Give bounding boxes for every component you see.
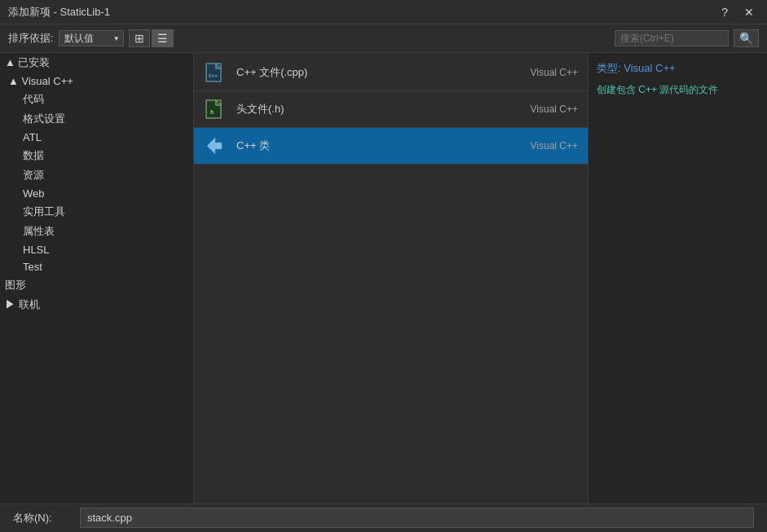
propsheet-label: 属性表	[23, 224, 55, 239]
list-item-cpp[interactable]: C++ C++ 文件(.cpp) Visual C++	[194, 55, 588, 91]
sidebar-item-code[interactable]: 代码	[0, 90, 193, 109]
svg-marker-6	[207, 138, 222, 154]
type-value: Visual C++	[624, 62, 675, 74]
hlsl-label: HLSL	[23, 244, 50, 256]
test-label: Test	[23, 261, 42, 273]
type-prefix: 类型:	[597, 62, 624, 74]
h-file-name: 头文件(.h)	[236, 102, 521, 117]
search-button[interactable]: 🔍	[734, 29, 759, 47]
sidebar-item-online[interactable]: ▶ 联机	[0, 295, 193, 314]
grid-view-button[interactable]: ⊞	[129, 29, 150, 47]
name-row: 名称(N):	[13, 508, 754, 528]
sidebar-item-hlsl[interactable]: HLSL	[0, 241, 193, 258]
sidebar-item-web[interactable]: Web	[0, 185, 193, 202]
installed-section[interactable]: ▲ 已安装	[0, 53, 193, 73]
sort-select-wrapper: 默认值名称类型	[59, 30, 124, 46]
svg-text:h: h	[210, 109, 214, 116]
view-icons: ⊞ ☰	[129, 29, 174, 47]
h-file-type: Visual C++	[531, 103, 578, 115]
sidebar-item-utility[interactable]: 实用工具	[0, 202, 193, 222]
title-controls: ? ✕	[716, 5, 759, 20]
class-icon	[204, 134, 227, 157]
sidebar-item-graphics[interactable]: 图形	[0, 275, 193, 295]
title-bar: 添加新项 - StaticLib-1 ? ✕	[0, 0, 767, 24]
sort-area: 排序依据: 默认值名称类型 ⊞ ☰	[8, 29, 174, 47]
sort-label: 排序依据:	[8, 31, 54, 46]
cpp-file-name: C++ 文件(.cpp)	[236, 65, 521, 80]
code-label: 代码	[23, 92, 44, 107]
online-label: ▶ 联机	[5, 297, 40, 312]
name-input[interactable]	[80, 508, 754, 528]
search-area: 🔍	[615, 29, 759, 47]
cpp-file-type: Visual C++	[531, 67, 578, 78]
main-toolbar: 排序依据: 默认值名称类型 ⊞ ☰ 🔍	[0, 24, 767, 53]
list-item-header[interactable]: h 头文件(.h) Visual C++	[194, 91, 588, 128]
list-item-class[interactable]: C++ 类 Visual C++	[194, 128, 588, 165]
sidebar-item-atl[interactable]: ATL	[0, 129, 193, 146]
type-info: 类型: Visual C++	[597, 61, 759, 76]
sidebar-item-data[interactable]: 数据	[0, 146, 193, 165]
class-type: Visual C++	[531, 140, 578, 152]
name-label: 名称(N):	[13, 511, 70, 525]
sidebar-item-test[interactable]: Test	[0, 258, 193, 275]
close-button[interactable]: ✕	[739, 5, 759, 20]
svg-text:C++: C++	[209, 73, 218, 78]
format-label: 格式设置	[23, 112, 65, 126]
right-panel: 类型: Visual C++ 创建包含 C++ 源代码的文件	[588, 53, 767, 503]
visual-cpp-section[interactable]: ▲ Visual C++	[0, 73, 193, 90]
bottom-bar: 名称(N): 位置(L): E:\1-C++\VS2017 静态库的制作\Sta…	[0, 503, 767, 532]
sort-select[interactable]: 默认值名称类型	[59, 30, 124, 46]
data-label: 数据	[23, 148, 44, 163]
installed-label: ▲ 已安装	[5, 55, 50, 70]
left-panel: ▲ 已安装 ▲ Visual C++ 代码 格式设置 ATL 数据 资源 Web…	[0, 53, 194, 503]
sidebar-item-format[interactable]: 格式设置	[0, 109, 193, 129]
sidebar-item-resource[interactable]: 资源	[0, 165, 193, 185]
item-list: C++ C++ 文件(.cpp) Visual C++ h 头文件(.h)	[194, 53, 588, 166]
web-label: Web	[23, 187, 45, 200]
cpp-file-icon: C++	[204, 61, 227, 84]
atl-label: ATL	[23, 131, 42, 143]
list-view-button[interactable]: ☰	[152, 29, 174, 47]
class-name: C++ 类	[236, 138, 521, 153]
center-panel: C++ C++ 文件(.cpp) Visual C++ h 头文件(.h)	[194, 53, 588, 503]
dialog-body: ▲ 已安装 ▲ Visual C++ 代码 格式设置 ATL 数据 资源 Web…	[0, 53, 767, 503]
search-input[interactable]	[615, 30, 729, 46]
visual-cpp-label: ▲ Visual C++	[8, 75, 73, 87]
dialog-title: 添加新项 - StaticLib-1	[8, 5, 110, 20]
utility-label: 实用工具	[23, 204, 65, 219]
help-button[interactable]: ?	[716, 5, 733, 20]
graphics-label: 图形	[5, 278, 26, 292]
sidebar-item-propsheet[interactable]: 属性表	[0, 222, 193, 241]
item-description: 创建包含 C++ 源代码的文件	[597, 82, 759, 97]
h-file-icon: h	[204, 98, 227, 121]
resource-label: 资源	[23, 168, 44, 182]
